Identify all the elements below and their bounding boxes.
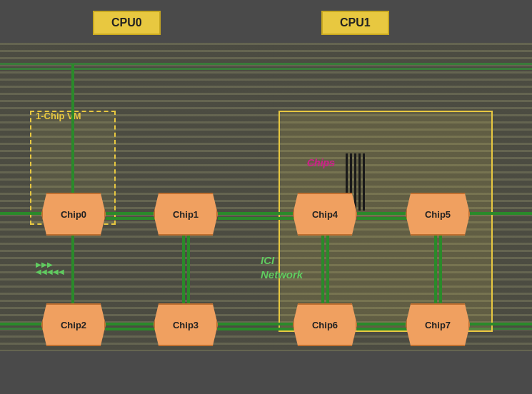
h-line-chip1-chip4-2 xyxy=(218,217,296,220)
content-area: 1-Chip VM ICINetwork Chips ▶▶▶ ◀ xyxy=(0,43,532,351)
h-line-chip0-chip1-2 xyxy=(106,217,156,220)
chip0: Chip0 xyxy=(41,193,106,236)
h-line-chip6-chip7-2 xyxy=(357,328,407,330)
h-line-chip4-chip5 xyxy=(357,212,407,215)
cpu1-label: CPU1 xyxy=(321,11,389,35)
v-line-chip1-chip3 xyxy=(182,236,185,303)
h-line-chip0-chip1 xyxy=(106,212,156,215)
h-line-chip7-right xyxy=(470,323,532,325)
h-line-chip3-chip6 xyxy=(218,323,296,325)
h-line-chip2-chip3 xyxy=(106,323,156,325)
bus-top-1 xyxy=(0,63,532,65)
bottom-bar xyxy=(0,351,532,394)
chip6: Chip6 xyxy=(293,303,357,346)
cpu0-label: CPU0 xyxy=(93,11,161,35)
chip5: Chip5 xyxy=(406,193,470,236)
chip1: Chip1 xyxy=(154,193,218,236)
chip2: Chip2 xyxy=(41,303,106,346)
bus-top-2 xyxy=(0,68,532,70)
h-line-left-chip2 xyxy=(0,323,43,325)
v-line-chip5-chip7 xyxy=(434,236,437,303)
ici-label: ICINetwork xyxy=(261,253,303,281)
chips-label: Chips xyxy=(307,157,335,168)
v-line-chip5-chip7-2 xyxy=(439,236,442,303)
v-line-chip1-chip3-2 xyxy=(187,236,190,303)
interchip-line-3 xyxy=(354,153,356,211)
v-line-chip4-chip6 xyxy=(321,236,324,303)
chip4: Chip4 xyxy=(293,193,357,236)
chip3: Chip3 xyxy=(154,303,218,346)
small-label-2: ◀◀◀◀◀ xyxy=(36,268,64,276)
h-line-chip3-chip6-2 xyxy=(218,328,296,330)
chip7: Chip7 xyxy=(406,303,470,346)
h-line-chip5-right xyxy=(470,212,532,215)
interchip-line-5 xyxy=(363,153,365,211)
interchip-line-4 xyxy=(358,153,361,211)
h-line-chip4-chip5-2 xyxy=(357,217,407,220)
h-line-chip2-chip3-2 xyxy=(106,328,156,330)
h-line-left-chip0 xyxy=(0,212,43,215)
h-line-chip6-chip7 xyxy=(357,323,407,325)
h-line-chip1-chip4 xyxy=(218,212,296,215)
vm-label: 1-Chip VM xyxy=(36,111,81,121)
top-bar: CPU0 CPU1 xyxy=(0,0,532,43)
v-line-chip4-chip6-2 xyxy=(326,236,329,303)
v-line-chip0-top xyxy=(71,64,74,193)
v-line-chip0-bottom xyxy=(71,236,74,307)
